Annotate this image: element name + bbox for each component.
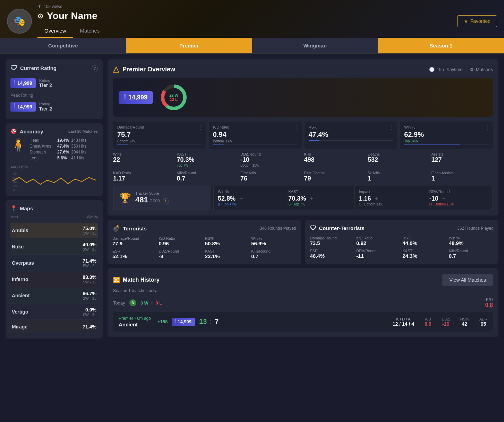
- tracker-icon: 🏆: [119, 192, 131, 204]
- tracker-add-icon[interactable]: +: [308, 195, 315, 202]
- ct-stat: K/D Ratio0.92: [356, 236, 401, 246]
- tracker-info-icon[interactable]: ℹ: [163, 198, 169, 204]
- today-wl: 3 W • 0 L: [140, 300, 162, 306]
- nav-tab-matches[interactable]: Matches: [73, 24, 107, 38]
- matches-meta: 35 Matches: [470, 67, 493, 72]
- match-stats-row: K / D / A 12 / 14 / 4 K/D 0.9 DDΔ -16 HS…: [393, 317, 487, 327]
- more-icon[interactable]: ⋮: [485, 124, 490, 131]
- match-adr-col: ADR 65: [479, 317, 487, 327]
- ct-icon: 🛡: [310, 225, 316, 232]
- main-layout: 🛡 Current Rating ? 14,999 Rating Tier 2 …: [0, 54, 504, 344]
- ct-stat: Kills/Round0.7: [449, 249, 494, 259]
- mode-tab-competitive[interactable]: Competitive: [0, 38, 126, 53]
- views-count: 109 views: [44, 4, 62, 9]
- tracker-stat-cell: DDΔ/Round -10 + D · Bottom 13%: [425, 186, 493, 210]
- more-icon[interactable]: ⋮: [293, 124, 299, 131]
- match-map: Ancient: [119, 322, 153, 327]
- map-right: 75.0%3W - 1L: [83, 226, 96, 235]
- match-dda-col: DDΔ -16: [442, 317, 450, 327]
- body-figure: 🧍: [10, 138, 26, 161]
- summary-rating: 14,999: [119, 91, 153, 104]
- stats-item: Flash Assists 1: [432, 171, 493, 182]
- more-icon[interactable]: ⋮: [389, 124, 394, 131]
- svg-text:40: 40: [13, 180, 17, 184]
- tracker-add-icon[interactable]: +: [238, 195, 245, 202]
- map-row: Inferno83.3%5W - 1L: [10, 272, 98, 287]
- rating-bar: [14, 80, 15, 87]
- view-all-button[interactable]: View All Matches: [442, 274, 493, 286]
- t-stat: Kills/Round0.7: [251, 249, 296, 259]
- tracker-add-icon[interactable]: +: [441, 195, 447, 202]
- peak-rating-badge: 14,999: [10, 102, 36, 112]
- overview-summary: 14,999 22 W 12 L: [113, 78, 493, 117]
- losses-label: 12 L: [169, 97, 178, 102]
- accuracy-title: 🎯 Accuracy Last 20 Matches: [10, 128, 98, 134]
- terrorists-card: 💣 Terrorists 346 Rounds Played Damage/Ro…: [108, 220, 301, 264]
- premier-icon: △: [113, 65, 119, 74]
- kd-header: K/D 0.8: [485, 297, 493, 308]
- mode-tabs: Competitive Premier Wingman Season 1: [0, 38, 504, 54]
- acc-row-chest: Chest/Arms 47.4% 350 Hits: [29, 144, 98, 149]
- map-name: Inferno: [12, 276, 28, 282]
- acc-row-stomach: Stomach 27.6% 204 Hits: [29, 150, 98, 155]
- acc-row-legs: Legs 5.6% 41 Hits: [29, 156, 98, 160]
- tracker-stat-cell: KAST 70.3% + S · Top 7%: [284, 186, 351, 210]
- stats-item: Kills 498: [304, 152, 366, 167]
- help-icon[interactable]: ?: [92, 65, 98, 71]
- clock-icon: 🕐: [429, 67, 435, 72]
- favorited-button[interactable]: ★ Favorited: [457, 15, 497, 27]
- summary-rating-bar: [124, 94, 126, 101]
- map-pin-icon: 📍: [10, 205, 17, 211]
- ct-header: 🛡 Counter-Terrorists 362 Rounds Played: [310, 225, 494, 232]
- accuracy-rows: Head 19.4% 143 Hits Chest/Arms 47.4% 350…: [29, 138, 98, 161]
- more-icon[interactable]: ⋮: [198, 124, 203, 131]
- tracker-info: Tracker Score 481 /1000 ℹ: [135, 191, 169, 204]
- nav-tabs: Overview Matches: [37, 24, 452, 38]
- peak-rating-bar: [14, 103, 15, 110]
- match-rating-bar: [175, 319, 176, 325]
- current-rating-card: 🛡 Current Rating ? 14,999 Rating Tier 2 …: [6, 59, 103, 119]
- steam-icon: ⊙: [37, 12, 43, 20]
- right-panel: △ Premier Overview 🕐 19h Playtime 35 Mat…: [108, 59, 498, 339]
- match-mode-info: Premier • 6m ago Ancient: [119, 316, 153, 327]
- tracker-stat-cell: Impact 1.16 + C · Bottom 33%: [354, 186, 422, 210]
- header: 🎭 👁 109 views ⊙ Your Name Overview Match…: [0, 0, 504, 38]
- accuracy-card: 🎯 Accuracy Last 20 Matches 🧍 Head 19.4% …: [6, 123, 103, 196]
- t-stat: HS%50.8%: [205, 236, 250, 246]
- maps-title: 📍 Maps: [10, 205, 98, 211]
- stats-item: First Kills 76: [240, 171, 302, 182]
- map-right: 0.0%0W - 3L: [83, 307, 96, 317]
- map-name: Mirage: [12, 324, 27, 329]
- mode-tab-season[interactable]: Season 1: [378, 38, 504, 53]
- stat-cell: ⋮ Damage/Round 75.7 Bottom 13%: [113, 122, 206, 149]
- t-stat: ESR52.1%: [112, 249, 157, 259]
- current-rating-title: 🛡 Current Rating ?: [10, 64, 98, 72]
- map-right: 83.3%5W - 1L: [83, 274, 96, 284]
- mode-tab-premier[interactable]: Premier: [126, 38, 252, 53]
- match-history-card: 🔀 Match History View All Matches Season …: [108, 268, 498, 337]
- map-name: Overpass: [12, 260, 34, 266]
- mode-tab-wingman[interactable]: Wingman: [252, 38, 378, 53]
- wl-labels: 22 W 12 L: [169, 93, 178, 102]
- match-row: Premier • 6m ago Ancient +158 14,999 13 …: [113, 312, 493, 332]
- tracker-main: 🏆 Tracker Score 481 /1000 ℹ: [113, 186, 211, 210]
- hs-chart-svg: 80 60 40 20 0: [10, 170, 98, 191]
- match-kd-col: K/D 0.9: [425, 317, 431, 327]
- match-score: 13 : 7: [199, 318, 219, 326]
- ct-stat: KAST24.3%: [402, 249, 447, 259]
- map-row: Vertigo0.0%0W - 3L: [10, 304, 98, 320]
- donut-chart: 22 W 12 L: [160, 83, 188, 111]
- accuracy-body: 🧍 Head 19.4% 143 Hits Chest/Arms 47.4% 3…: [10, 138, 98, 161]
- nav-tab-overview[interactable]: Overview: [37, 24, 73, 38]
- sides-grid: 💣 Terrorists 346 Rounds Played Damage/Ro…: [108, 220, 498, 264]
- map-name: Ancient: [12, 293, 29, 298]
- map-name: Nuke: [12, 244, 24, 249]
- stats-item: KAD Ratio 1.17: [113, 171, 175, 182]
- overview-title: △ Premier Overview: [113, 65, 175, 74]
- star-icon: ★: [464, 18, 468, 24]
- tracker-add-icon[interactable]: +: [373, 195, 380, 202]
- stats-item: 5k Kills 1: [368, 171, 429, 182]
- map-row: Mirage71.4%: [10, 320, 98, 333]
- stats-item: Kills/Round 0.7: [177, 171, 239, 182]
- stats-item: First Deaths 79: [304, 171, 366, 182]
